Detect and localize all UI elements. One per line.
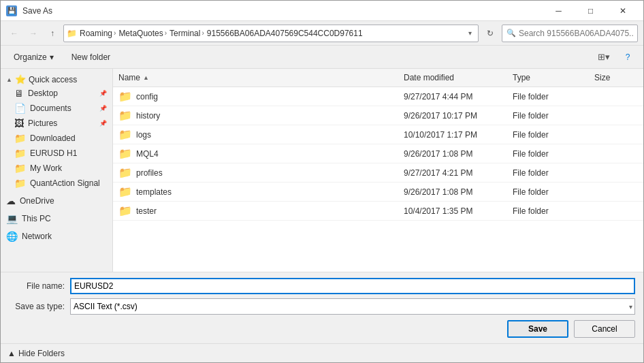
table-row[interactable]: 📁 logs 10/10/2017 1:17 PM File folder [113, 125, 643, 144]
address-bar[interactable]: 📁 Roaming › MetaQuotes › Terminal › 9155… [63, 25, 479, 42]
hide-folders-chevron-icon: ▲ [7, 349, 16, 358]
file-type: File folder [507, 91, 589, 103]
file-date: 9/26/2017 1:08 PM [398, 148, 507, 160]
sidebar-item-quantaction[interactable]: 📁 QuantAction Signal [1, 176, 112, 191]
onedrive-icon: ☁ [6, 195, 16, 206]
sidebar-item-desktop[interactable]: 🖥 Desktop 📌 [1, 86, 112, 101]
footer: ▲ Hide Folders [1, 343, 643, 362]
saveas-select[interactable]: ASCII Text (*.csv) [70, 298, 635, 315]
file-type: File folder [507, 186, 589, 198]
sidebar-item-network[interactable]: 🌐 Network [1, 229, 112, 244]
file-type: File folder [507, 129, 589, 141]
file-list-header: Name ▲ Date modified Type Size [113, 69, 643, 87]
help-button[interactable]: ? [619, 48, 637, 66]
file-date: 10/10/2017 1:17 PM [398, 129, 507, 141]
table-row[interactable]: 📁 history 9/26/2017 10:17 PM File folder [113, 106, 643, 125]
network-section: 🌐 Network [1, 229, 112, 244]
sidebar-item-documents[interactable]: 📄 Documents 📌 [1, 101, 112, 116]
hide-folders-button[interactable]: ▲ Hide Folders [7, 349, 65, 358]
documents-icon: 📄 [14, 103, 26, 114]
folder-icon: 📁 [118, 128, 132, 141]
search-input[interactable] [519, 29, 633, 38]
quick-access-header[interactable]: ▲ ⭐ Quick access [1, 72, 112, 86]
saveas-label: Save as type: [9, 302, 70, 311]
sidebar-item-eurusd[interactable]: 📁 EURUSD H1 [1, 146, 112, 161]
save-button[interactable]: Save [507, 320, 568, 338]
quick-access-icon: ⭐ [15, 74, 26, 84]
eurusd-folder-icon: 📁 [14, 148, 26, 159]
file-type: File folder [507, 148, 589, 160]
view-icon: ⊞ [598, 52, 605, 62]
back-button[interactable]: ← [6, 25, 22, 42]
file-date: 9/27/2017 4:44 PM [398, 91, 507, 103]
column-header-name[interactable]: Name ▲ [113, 70, 398, 85]
pin-icon: 📌 [99, 105, 107, 112]
sidebar-item-mywork[interactable]: 📁 My Work [1, 161, 112, 176]
table-row[interactable]: 📁 tester 10/4/2017 1:35 PM File folder [113, 202, 643, 221]
file-type: File folder [507, 110, 589, 122]
breadcrumb-current[interactable]: 915566BA06ADA407569C544CC0D97611 [207, 29, 363, 38]
title-bar: 💾 Save As ─ □ ✕ [1, 1, 643, 21]
column-header-date[interactable]: Date modified [398, 70, 507, 85]
file-size [589, 210, 643, 212]
file-type: File folder [507, 167, 589, 179]
file-size [589, 133, 643, 136]
file-size [589, 191, 643, 193]
up-button[interactable]: ↑ [44, 25, 61, 42]
view-button[interactable]: ⊞ ▾ [594, 48, 613, 66]
action-bar: Organize ▾ New folder ⊞ ▾ ? [1, 46, 643, 69]
quick-access-label: Quick access [29, 75, 77, 84]
table-row[interactable]: 📁 config 9/27/2017 4:44 PM File folder [113, 87, 643, 106]
column-header-size[interactable]: Size [589, 70, 643, 85]
pin-icon: 📌 [99, 90, 107, 97]
window-icon: 💾 [6, 5, 17, 16]
file-name-cell: 📁 templates [113, 184, 398, 200]
refresh-button[interactable]: ↻ [481, 25, 499, 42]
folder-icon: 📁 [118, 109, 132, 122]
file-size [589, 172, 643, 174]
organize-button[interactable]: Organize ▾ [7, 48, 60, 66]
file-name-cell: 📁 MQL4 [113, 146, 398, 161]
column-header-type[interactable]: Type [507, 70, 589, 85]
quantaction-folder-icon: 📁 [14, 178, 26, 189]
pin-icon: 📌 [99, 120, 107, 127]
folder-icon: 📁 [118, 166, 132, 179]
onedrive-section: ☁ OneDrive [1, 193, 112, 208]
window-title: Save As [22, 6, 52, 16]
thispc-section: 💻 This PC [1, 211, 112, 226]
folder-icon: 📁 [118, 147, 132, 160]
breadcrumb-roaming[interactable]: Roaming › [80, 29, 116, 38]
pictures-icon: 🖼 [14, 118, 24, 129]
sidebar-item-downloaded[interactable]: 📁 Downloaded [1, 131, 112, 146]
file-date: 9/26/2017 1:08 PM [398, 186, 507, 198]
file-type: File folder [507, 205, 589, 217]
search-box: 🔍 [502, 25, 638, 42]
file-date: 9/26/2017 10:17 PM [398, 110, 507, 122]
sort-arrow-icon: ▲ [143, 74, 149, 81]
folder-icon: 📁 [118, 185, 132, 198]
table-row[interactable]: 📁 profiles 9/27/2017 4:21 PM File folder [113, 163, 643, 183]
breadcrumb-terminal[interactable]: Terminal › [170, 29, 204, 38]
bottom-section: File name: Save as type: ASCII Text (*.c… [1, 272, 643, 343]
saveas-select-wrapper: ASCII Text (*.csv) ▾ [70, 298, 635, 315]
forward-button[interactable]: → [25, 25, 42, 42]
filename-input[interactable] [70, 278, 635, 294]
cancel-button[interactable]: Cancel [574, 320, 635, 338]
sidebar-item-pictures[interactable]: 🖼 Pictures 📌 [1, 116, 112, 131]
sidebar-item-thispc[interactable]: 💻 This PC [1, 211, 112, 226]
organize-chevron-icon: ▾ [50, 52, 54, 62]
table-row[interactable]: 📁 templates 9/26/2017 1:08 PM File folde… [113, 183, 643, 202]
sidebar: ▲ ⭐ Quick access 🖥 Desktop 📌 📄 Documents… [1, 69, 113, 272]
file-date: 9/27/2017 4:21 PM [398, 167, 507, 179]
sidebar-item-onedrive[interactable]: ☁ OneDrive [1, 193, 112, 208]
close-button[interactable]: ✕ [607, 1, 638, 20]
file-list: Name ▲ Date modified Type Size 📁 config [113, 69, 643, 272]
new-folder-button[interactable]: New folder [65, 48, 116, 66]
breadcrumb-metaquotes[interactable]: MetaQuotes › [118, 29, 167, 38]
maximize-button[interactable]: □ [575, 1, 606, 20]
downloaded-folder-icon: 📁 [14, 133, 26, 144]
folder-icon: 📁 [118, 90, 132, 103]
minimize-button[interactable]: ─ [543, 1, 574, 20]
address-dropdown-button[interactable]: ▾ [464, 25, 475, 42]
table-row[interactable]: 📁 MQL4 9/26/2017 1:08 PM File folder [113, 144, 643, 163]
